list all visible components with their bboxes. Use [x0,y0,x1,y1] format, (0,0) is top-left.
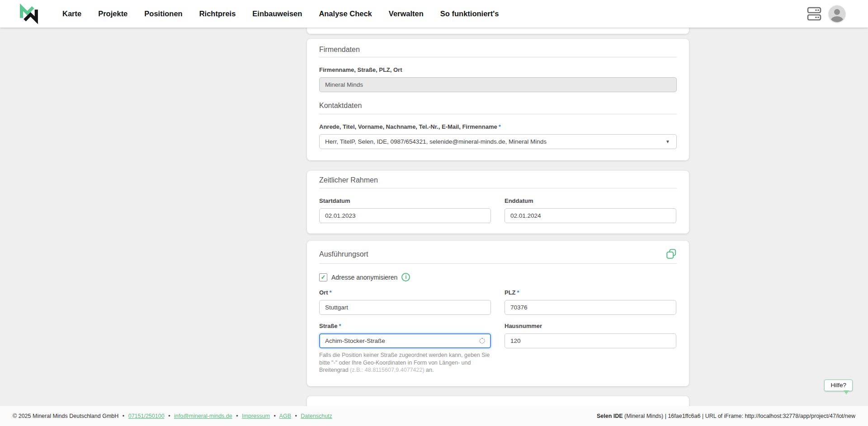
nav-item-positionen[interactable]: Positionen [144,9,182,18]
nav-item-karte[interactable]: Karte [62,9,81,18]
info-icon-glyph: i [405,274,406,281]
nav-item-so-funktionierts[interactable]: So funktioniert's [440,9,499,18]
footer-phone-link[interactable]: 07151/250100 [128,413,165,419]
kontakt-field-label-text: Anrede, Titel, Vorname, Nachname, Tel.-N… [319,123,497,130]
kontakt-select[interactable]: Herr, TitelP, Selen, IDE, 0987/654321, s… [319,134,677,149]
footer-impressum-link[interactable]: Impressum [242,413,270,419]
strasse-label: Straße* [319,323,491,330]
ide-details: (Mineral Minds) | 16fae1ffc6a6 | URL of … [623,413,855,419]
footer-datenschutz-link[interactable]: Datenschutz [301,413,332,419]
server-icon[interactable] [807,7,821,21]
footer-bar: © 2025 Mineral Minds Deutschland GmbH • … [0,406,868,426]
footer-agb-link[interactable]: AGB [279,413,291,419]
section-divider [319,263,677,264]
footer-separator: • [123,413,124,419]
zeitlicher-rahmen-card: Zeitlicher Rahmen Startdatum Enddatum [307,171,689,234]
section-divider [319,114,677,114]
copyright-text: © 2025 Mineral Minds Deutschland GmbH [13,413,118,419]
nav-item-verwalten[interactable]: Verwalten [389,9,424,18]
loading-spinner-icon [479,338,485,344]
required-asterisk: * [499,123,501,130]
top-navigation-bar: Karte Projekte Positionen Richtpreis Ein… [0,0,868,28]
startdatum-input[interactable] [319,208,491,223]
adresse-anonymisieren-checkbox[interactable]: ✓ [319,273,327,281]
enddatum-label: Enddatum [505,197,676,205]
footer-separator: • [274,413,275,419]
required-asterisk: * [517,289,519,296]
nav-item-richtpreis[interactable]: Richtpreis [199,9,236,18]
startdatum-label: Startdatum [319,197,491,205]
plz-label: PLZ* [505,289,676,296]
strasse-label-text: Straße [319,323,337,329]
ort-label: Ort* [319,289,491,296]
mineral-minds-logo-icon[interactable] [18,4,42,24]
plz-input[interactable] [505,300,676,315]
ausfuehrungsort-section-title: Ausführungsort [319,250,368,258]
section-divider [319,57,677,57]
copy-icon[interactable] [666,248,677,259]
main-nav: Karte Projekte Positionen Richtpreis Ein… [62,0,499,28]
firmendaten-section-title: Firmendaten [319,45,677,54]
nav-item-analyse-check[interactable]: Analyse Check [319,9,372,18]
helper-text-example: (z.B.: 48.8115607,9.4077422) [350,367,424,373]
avatar-head-icon [834,9,840,15]
footer-separator: • [295,413,297,419]
kontaktdaten-section-title: Kontaktdaten [319,101,677,110]
header-actions [807,0,845,28]
nav-item-projekte[interactable]: Projekte [98,9,127,18]
required-asterisk: * [330,289,332,296]
firmenname-field-label: Firmenname, Straße, PLZ, Ort [319,66,677,74]
strasse-helper-text: Falls die Position keiner Straße zugeord… [319,351,493,374]
chevron-down-icon: ▼ [665,139,670,144]
nav-item-einbauweisen[interactable]: Einbauweisen [252,9,302,18]
footer-separator: • [168,413,170,419]
hausnummer-input[interactable] [505,333,676,348]
hausnummer-label: Hausnummer [505,323,676,330]
required-asterisk: * [339,323,341,329]
footer-separator: • [236,413,238,419]
enddatum-input[interactable] [505,208,676,223]
firmenname-input [319,77,677,92]
kontakt-field-label: Anrede, Titel, Vorname, Nachname, Tel.-N… [319,123,677,131]
ausfuehrungsort-card: Ausführungsort ✓ Adresse anonymisieren i… [307,241,689,386]
avatar-shoulders-icon [831,16,843,22]
ort-label-text: Ort [319,289,328,296]
strasse-input[interactable] [319,333,491,348]
kontakt-select-value: Herr, TitelP, Selen, IDE, 0987/654321, s… [325,138,547,145]
user-avatar[interactable] [829,5,845,22]
help-button[interactable]: Hilfe? [824,379,853,391]
ort-input[interactable] [319,300,491,315]
footer-left: © 2025 Mineral Minds Deutschland GmbH • … [13,413,332,419]
checkmark-icon: ✓ [321,274,326,280]
adresse-anonymisieren-label: Adresse anonymisieren [331,274,397,281]
footer-email-link[interactable]: info@mineral-minds.de [174,413,232,419]
footer-debug-info: Selen IDE (Mineral Minds) | 16fae1ffc6a6… [597,413,855,419]
info-icon[interactable]: i [401,273,410,281]
firmendaten-kontaktdaten-card: Firmendaten Firmenname, Straße, PLZ, Ort… [307,39,689,160]
plz-label-text: PLZ [505,289,516,296]
helper-text-end: an. [425,367,434,373]
zeitraum-section-title: Zeitlicher Rahmen [319,176,677,184]
ide-name: Selen IDE [597,413,623,419]
